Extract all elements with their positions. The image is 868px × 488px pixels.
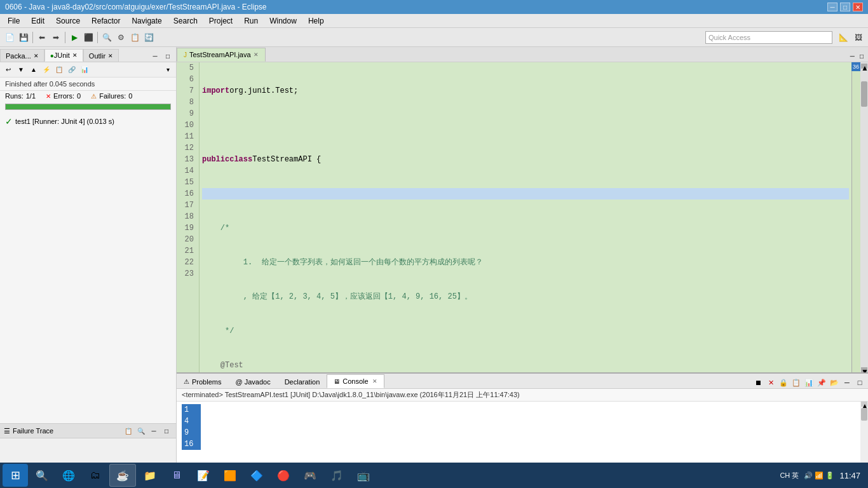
editor-scrollbar[interactable]: ▲ ▼	[860, 62, 868, 372]
start-button[interactable]: ⊞	[3, 464, 28, 487]
taskbar-item-8[interactable]: 🟧	[217, 464, 243, 487]
failure-trace-copy-btn[interactable]: 📋	[123, 425, 134, 437]
left-panel: Packa... ✕ ● JUnit ✕ Outlir ✕ ─ □ ↩ ▼ ▲ …	[0, 47, 177, 474]
console-scroll-up[interactable]: ▲	[861, 402, 867, 407]
toolbar-btn2[interactable]: 💾	[17, 30, 31, 44]
toolbar-btn4[interactable]: ➡	[49, 30, 63, 44]
junit-link-btn[interactable]: 🔗	[66, 64, 78, 76]
quick-access-box[interactable]: Quick Access	[705, 31, 832, 44]
editor-tab-teststreamapi[interactable]: J TestStreamAPI.java ✕	[177, 48, 266, 62]
left-tab-junit-close[interactable]: ✕	[72, 52, 78, 58]
toolbar-btn7[interactable]: 📋	[128, 30, 142, 44]
taskbar-item-3[interactable]: 🗂	[83, 464, 108, 487]
left-tab-package[interactable]: Packa... ✕	[0, 49, 44, 62]
console-pin-btn[interactable]: 📌	[816, 377, 827, 388]
console-open-btn[interactable]: 📂	[829, 377, 840, 388]
taskbar-item-7[interactable]: 📝	[191, 464, 216, 487]
toolbar-perspective-btn[interactable]: 📐	[836, 30, 850, 44]
left-panel-minimize-btn[interactable]: ─	[149, 50, 161, 62]
scroll-down-btn[interactable]: ▼	[861, 367, 867, 372]
bottom-tab-declaration[interactable]: Declaration	[278, 374, 327, 388]
toolbar: 📄 💾 ⬅ ➡ ▶ ⬛ 🔍 ⚙ 📋 🔄 Quick Access 📐 🖼	[0, 28, 868, 47]
taskbar-item-13[interactable]: 📺	[351, 464, 376, 487]
console-line-4: 16	[182, 438, 855, 450]
menu-window[interactable]: Window	[264, 15, 302, 27]
console-scroll-lock-btn[interactable]: 🔒	[778, 377, 789, 388]
bottom-tab-problems[interactable]: ⚠ Problems	[177, 374, 228, 388]
toolbar-btn6[interactable]: ⚙	[114, 30, 128, 44]
code-line-11: , 给定【1, 2, 3, 4, 5】，应该返回【1, 4, 9, 16, 25…	[202, 291, 849, 302]
left-tab-junit[interactable]: ● JUnit ✕	[44, 49, 83, 62]
console-tab-close[interactable]: ✕	[372, 378, 377, 384]
toolbar-debug-btn[interactable]: ⬛	[81, 30, 95, 44]
menu-help[interactable]: Help	[303, 15, 329, 27]
bottom-tab-console[interactable]: 🖥 Console ✕	[327, 374, 384, 388]
taskbar-item-6[interactable]: 🖥	[164, 464, 189, 487]
junit-history-btn[interactable]: 📋	[53, 64, 65, 76]
toolbar-run-btn[interactable]: ▶	[67, 30, 81, 44]
bottom-tab-javadoc[interactable]: @ Javadoc	[228, 374, 277, 388]
console-clear-btn[interactable]: ✕	[765, 377, 776, 388]
toolbar-btn8[interactable]: 🔄	[142, 30, 156, 44]
code-editor[interactable]: 5 6 7 8 9 10 11 12 13 14 15 16 17 18 19 …	[177, 62, 868, 372]
javadoc-label: @ Javadoc	[235, 378, 270, 386]
code-content[interactable]: import org.junit.Test; public class Test…	[200, 62, 851, 372]
toolbar-new-btn[interactable]: 📄	[3, 30, 17, 44]
toolbar-perspective2-btn[interactable]: 🖼	[851, 30, 865, 44]
menu-refactor[interactable]: Refactor	[86, 15, 125, 27]
console-scroll-thumb[interactable]	[861, 408, 867, 421]
taskbar-item-11[interactable]: 🎮	[297, 464, 323, 487]
left-tab-package-close[interactable]: ✕	[34, 53, 39, 59]
menu-bar: File Edit Source Refactor Navigate Searc…	[0, 14, 868, 28]
menu-source[interactable]: Source	[51, 15, 85, 27]
junit-prev-fail-btn[interactable]: ▲	[28, 64, 39, 76]
taskbar-item-2[interactable]: 🌐	[56, 464, 81, 487]
taskbar-item-5[interactable]: 📁	[137, 464, 163, 487]
editor-tab-close[interactable]: ✕	[254, 51, 259, 58]
left-tab-outline[interactable]: Outlir ✕	[83, 49, 119, 62]
editor-tab-maximize[interactable]: □	[858, 52, 865, 60]
toolbar-btn3[interactable]: ⬅	[35, 30, 49, 44]
console-maximize[interactable]: □	[854, 377, 865, 388]
taskbar-item-4[interactable]: ☕	[109, 464, 136, 487]
menu-run[interactable]: Run	[239, 15, 263, 27]
menu-search[interactable]: Search	[168, 15, 203, 27]
menu-navigate[interactable]: Navigate	[126, 15, 166, 27]
close-button[interactable]: ✕	[853, 3, 863, 11]
scroll-up-btn[interactable]: ▲	[861, 64, 867, 69]
taskbar-item-12[interactable]: 🎵	[324, 464, 349, 487]
failure-trace-min-btn[interactable]: ─	[148, 425, 159, 437]
taskbar-icon-9: 🔷	[249, 468, 264, 483]
console-stop-btn[interactable]: ⏹	[752, 377, 764, 388]
menu-edit[interactable]: Edit	[26, 15, 50, 27]
left-panel-maximize-btn[interactable]: □	[162, 50, 173, 62]
console-minimize[interactable]: ─	[841, 377, 853, 388]
console-view-btn[interactable]: 📊	[803, 377, 815, 388]
junit-rerun-btn[interactable]: ↩	[3, 64, 14, 76]
junit-view-btn[interactable]: 📊	[79, 64, 90, 76]
taskbar-item-10[interactable]: 🔴	[271, 464, 296, 487]
junit-view-menu[interactable]: ▾	[162, 64, 173, 76]
failure-trace-filter-btn[interactable]: 🔍	[135, 425, 147, 437]
runs-label: Runs:	[5, 92, 24, 100]
minimize-button[interactable]: ─	[827, 3, 837, 11]
taskbar-item-9[interactable]: 🔷	[244, 464, 269, 487]
toolbar-btn5[interactable]: 🔍	[100, 30, 114, 44]
test-tree-item[interactable]: ✓ test1 [Runner: JUnit 4] (0.013 s)	[3, 115, 173, 128]
maximize-button[interactable]: □	[840, 3, 850, 11]
code-line-10: 1. 给定一个数字列表，如何返回一个由每个数的平方构成的列表呢？	[202, 257, 849, 268]
junit-filter-btn[interactable]: ⚡	[41, 64, 52, 76]
run-stats: Runs: 1/1 ✕ Errors: 0 ⚠ Failures: 0	[0, 91, 176, 101]
side-ruler: 36	[851, 62, 860, 372]
editor-tab-minimize[interactable]: ─	[848, 52, 857, 60]
junit-next-fail-btn[interactable]: ▼	[15, 64, 27, 76]
line-numbers: 5 6 7 8 9 10 11 12 13 14 15 16 17 18 19 …	[177, 62, 200, 372]
menu-file[interactable]: File	[3, 15, 25, 27]
scrollbar-thumb[interactable]	[861, 81, 867, 107]
left-tab-outline-close[interactable]: ✕	[108, 53, 113, 59]
failure-trace-max-btn[interactable]: □	[161, 425, 172, 437]
code-line-7: public class TestStreamAPI {	[202, 154, 849, 165]
taskbar-item-search[interactable]: 🔍	[29, 464, 55, 487]
console-new-btn[interactable]: 📋	[790, 377, 802, 388]
menu-project[interactable]: Project	[204, 15, 238, 27]
